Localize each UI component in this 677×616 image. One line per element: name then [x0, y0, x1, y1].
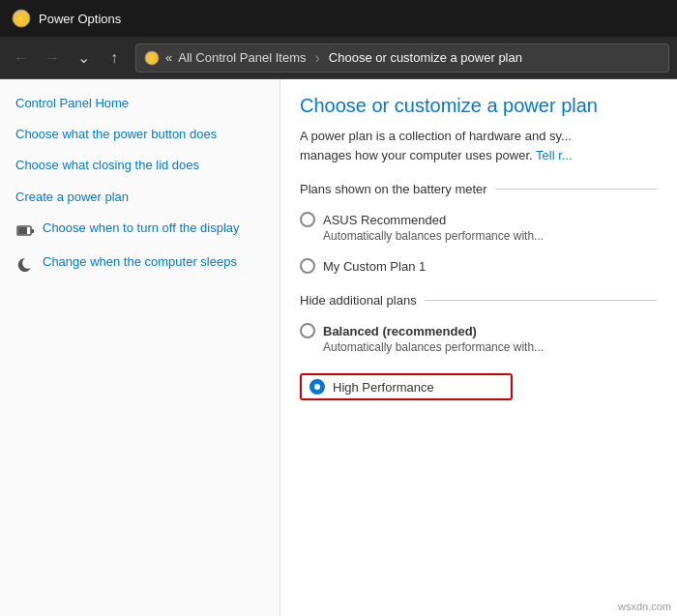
address-separator: «	[165, 50, 172, 65]
sidebar-item-control-panel-home[interactable]: Control Panel Home	[15, 95, 280, 112]
address-bar-icon: ⚡	[144, 50, 160, 66]
plan-desc-asus: Automatically balances performance with.…	[323, 229, 658, 243]
radio-custom[interactable]	[300, 258, 315, 274]
sidebar-item-create-plan[interactable]: Create a power plan	[15, 189, 280, 206]
plan-name-balanced: Balanced (recommended)	[323, 324, 477, 338]
plan-desc-balanced: Automatically balances performance with.…	[323, 340, 658, 354]
right-panel: Choose or customize a power plan A power…	[280, 79, 677, 616]
toolbar: ← → ⌄ ↑ ⚡ « All Control Panel Items › Ch…	[0, 37, 677, 79]
plan-name-asus: ASUS Recommended	[323, 213, 446, 227]
title-bar: ⚡ Power Options	[0, 0, 677, 37]
plan-name-high-performance: High Performance	[333, 380, 434, 395]
sidebar-item-turn-off-display-label: Choose when to turn off the display	[43, 220, 240, 237]
address-bar[interactable]: ⚡ « All Control Panel Items › Choose or …	[135, 44, 669, 73]
watermark: wsxdn.com	[618, 601, 671, 612]
left-panel: Control Panel Home Choose what the power…	[0, 79, 280, 616]
section-description: A power plan is a collection of hardware…	[300, 127, 658, 164]
sidebar-item-sleep-settings[interactable]: Change when the computer sleeps	[15, 253, 280, 274]
title-bar-icon: ⚡	[12, 9, 31, 28]
plan-option-custom: My Custom Plan 1	[300, 252, 658, 279]
high-performance-box: High Performance	[300, 373, 513, 400]
title-bar-title: Power Options	[39, 12, 121, 26]
address-all-control-panel: All Control Panel Items	[178, 50, 306, 65]
svg-rect-5	[31, 229, 34, 233]
hide-additional-plans-group: Hide additional plans Balanced (recommen…	[300, 293, 658, 406]
address-current-section: Choose or customize a power plan	[329, 50, 522, 65]
svg-text:⚡: ⚡	[147, 53, 159, 65]
radio-balanced[interactable]	[300, 323, 315, 338]
battery-icon	[15, 220, 35, 240]
page-title: Choose or customize a power plan	[300, 95, 658, 117]
sidebar-item-turn-off-display[interactable]: Choose when to turn off the display	[15, 220, 280, 240]
address-chevron: ›	[314, 49, 319, 67]
back-button[interactable]: ←	[8, 44, 35, 72]
plan-name-custom: My Custom Plan 1	[323, 259, 426, 274]
plans-group-label: Plans shown on the battery meter	[300, 182, 658, 196]
tell-me-link[interactable]: Tell r...	[536, 148, 573, 162]
plan-option-high-performance: High Performance	[300, 364, 658, 406]
dropdown-button[interactable]: ⌄	[70, 44, 97, 72]
main-content: Control Panel Home Choose what the power…	[0, 79, 677, 616]
plan-option-asus: ASUS Recommended Automatically balances …	[300, 206, 658, 249]
forward-button[interactable]: →	[39, 44, 66, 72]
hide-plans-label: Hide additional plans	[300, 293, 658, 308]
sidebar-item-sleep-label: Change when the computer sleeps	[43, 253, 237, 271]
sidebar-item-lid-action[interactable]: Choose what closing the lid does	[15, 157, 280, 174]
up-button[interactable]: ↑	[101, 44, 128, 72]
plan-option-balanced: Balanced (recommended) Automatically bal…	[300, 317, 658, 360]
sidebar-item-power-button[interactable]: Choose what the power button does	[15, 126, 280, 143]
svg-rect-6	[18, 227, 27, 234]
moon-icon	[15, 254, 35, 274]
radio-asus[interactable]	[300, 212, 315, 227]
radio-high-performance[interactable]	[309, 379, 325, 395]
svg-text:⚡: ⚡	[15, 12, 29, 26]
